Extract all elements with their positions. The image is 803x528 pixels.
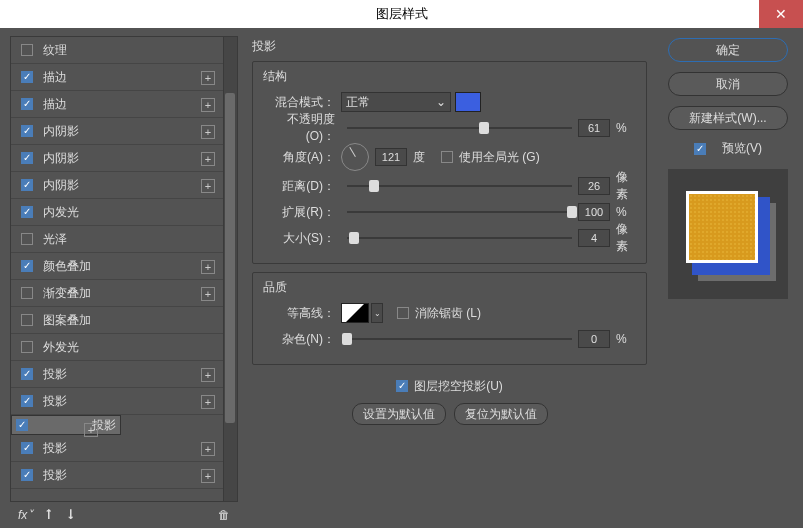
add-effect-icon[interactable]: +: [201, 125, 215, 139]
close-button[interactable]: ✕: [759, 0, 803, 28]
effect-row[interactable]: 图案叠加: [11, 307, 237, 334]
add-effect-icon[interactable]: +: [201, 469, 215, 483]
trash-icon[interactable]: 🗑: [218, 508, 230, 522]
set-default-button[interactable]: 设置为默认值: [352, 403, 446, 425]
effect-label: 投影: [43, 440, 67, 457]
spread-input[interactable]: 100: [578, 203, 610, 221]
size-input[interactable]: 4: [578, 229, 610, 247]
size-slider[interactable]: [347, 228, 572, 248]
effect-checkbox[interactable]: [16, 419, 28, 431]
blend-mode-select[interactable]: 正常⌄: [341, 92, 451, 112]
add-effect-icon[interactable]: +: [201, 442, 215, 456]
effect-checkbox[interactable]: [21, 206, 33, 218]
preview-label: 预览(V): [722, 140, 762, 157]
effect-row[interactable]: 投影+: [11, 361, 237, 388]
spread-slider[interactable]: [347, 202, 572, 222]
effect-row[interactable]: 纹理: [11, 37, 237, 64]
effect-checkbox[interactable]: [21, 125, 33, 137]
effect-label: 描边: [43, 69, 67, 86]
noise-slider[interactable]: [347, 329, 572, 349]
effect-checkbox[interactable]: [21, 395, 33, 407]
effect-row[interactable]: 渐变叠加+: [11, 280, 237, 307]
effect-checkbox[interactable]: [21, 368, 33, 380]
effects-toolbar: fx˅ 🠕 🠗 🗑: [10, 502, 238, 528]
antialias-checkbox[interactable]: [397, 307, 409, 319]
scrollbar[interactable]: [223, 37, 237, 501]
effect-row[interactable]: 颜色叠加+: [11, 253, 237, 280]
effect-checkbox[interactable]: [21, 442, 33, 454]
angle-input[interactable]: 121: [375, 148, 407, 166]
effect-checkbox[interactable]: [21, 233, 33, 245]
angle-dial[interactable]: [341, 143, 369, 171]
effect-row[interactable]: 内阴影+: [11, 118, 237, 145]
add-effect-icon[interactable]: +: [201, 152, 215, 166]
add-effect-icon[interactable]: +: [201, 179, 215, 193]
add-effect-icon[interactable]: +: [201, 395, 215, 409]
opacity-slider[interactable]: [347, 118, 572, 138]
effect-checkbox[interactable]: [21, 152, 33, 164]
spread-label: 扩展(R)：: [263, 204, 341, 221]
titlebar: 图层样式 ✕: [0, 0, 803, 28]
effect-checkbox[interactable]: [21, 287, 33, 299]
effect-row[interactable]: 描边+: [11, 64, 237, 91]
effect-row[interactable]: 投影+: [11, 388, 237, 415]
noise-input[interactable]: 0: [578, 330, 610, 348]
effect-row[interactable]: 投影+: [11, 435, 237, 462]
effect-row[interactable]: 光泽: [11, 226, 237, 253]
add-effect-icon[interactable]: +: [201, 287, 215, 301]
angle-label: 角度(A)：: [263, 149, 341, 166]
opacity-input[interactable]: 61: [578, 119, 610, 137]
knockout-label: 图层挖空投影(U): [414, 378, 503, 395]
arrow-up-icon[interactable]: 🠕: [43, 508, 55, 522]
fx-icon[interactable]: fx˅: [18, 508, 33, 522]
effect-label: 投影: [43, 467, 67, 484]
section-header: 结构: [263, 68, 636, 85]
knockout-checkbox[interactable]: [396, 380, 408, 392]
effect-label: 内阴影: [43, 123, 79, 140]
effect-row[interactable]: 描边+: [11, 91, 237, 118]
shadow-color-swatch[interactable]: [455, 92, 481, 112]
effect-row[interactable]: 投影+: [11, 462, 237, 489]
antialias-label: 消除锯齿 (L): [415, 305, 481, 322]
reset-default-button[interactable]: 复位为默认值: [454, 403, 548, 425]
effect-checkbox[interactable]: [21, 44, 33, 56]
effect-label: 图案叠加: [43, 312, 91, 329]
distance-slider[interactable]: [347, 176, 572, 196]
ok-button[interactable]: 确定: [668, 38, 788, 62]
effect-label: 投影: [43, 366, 67, 383]
effect-checkbox[interactable]: [21, 179, 33, 191]
effect-label: 内阴影: [43, 150, 79, 167]
effect-row[interactable]: 内阴影+: [11, 172, 237, 199]
add-effect-icon[interactable]: +: [201, 98, 215, 112]
quality-panel: 品质 等高线： ⌄ 消除锯齿 (L) 杂色(N)： 0 %: [252, 272, 647, 365]
effect-checkbox[interactable]: [21, 260, 33, 272]
size-label: 大小(S)：: [263, 230, 341, 247]
effect-checkbox[interactable]: [21, 469, 33, 481]
effect-row[interactable]: 投影+: [11, 415, 121, 435]
effect-label: 描边: [43, 96, 67, 113]
effect-row[interactable]: 内发光: [11, 199, 237, 226]
arrow-down-icon[interactable]: 🠗: [65, 508, 77, 522]
global-light-checkbox[interactable]: [441, 151, 453, 163]
add-effect-icon[interactable]: +: [201, 260, 215, 274]
effect-label: 投影: [43, 393, 67, 410]
effect-checkbox[interactable]: [21, 98, 33, 110]
effect-checkbox[interactable]: [21, 341, 33, 353]
distance-input[interactable]: 26: [578, 177, 610, 195]
contour-picker[interactable]: [341, 303, 369, 323]
effect-checkbox[interactable]: [21, 71, 33, 83]
effect-row[interactable]: 内阴影+: [11, 145, 237, 172]
contour-dropdown[interactable]: ⌄: [371, 303, 383, 323]
add-effect-icon[interactable]: +: [201, 368, 215, 382]
add-effect-icon[interactable]: +: [201, 71, 215, 85]
effect-label: 颜色叠加: [43, 258, 91, 275]
section-header: 品质: [263, 279, 636, 296]
preview-checkbox[interactable]: [694, 143, 706, 155]
panel-title: 投影: [252, 38, 647, 55]
new-style-button[interactable]: 新建样式(W)...: [668, 106, 788, 130]
effect-row[interactable]: 外发光: [11, 334, 237, 361]
cancel-button[interactable]: 取消: [668, 72, 788, 96]
effects-list: 纹理描边+描边+内阴影+内阴影+内阴影+内发光光泽颜色叠加+渐变叠加+图案叠加外…: [10, 36, 238, 502]
effect-checkbox[interactable]: [21, 314, 33, 326]
opacity-label: 不透明度(O)：: [263, 111, 341, 145]
